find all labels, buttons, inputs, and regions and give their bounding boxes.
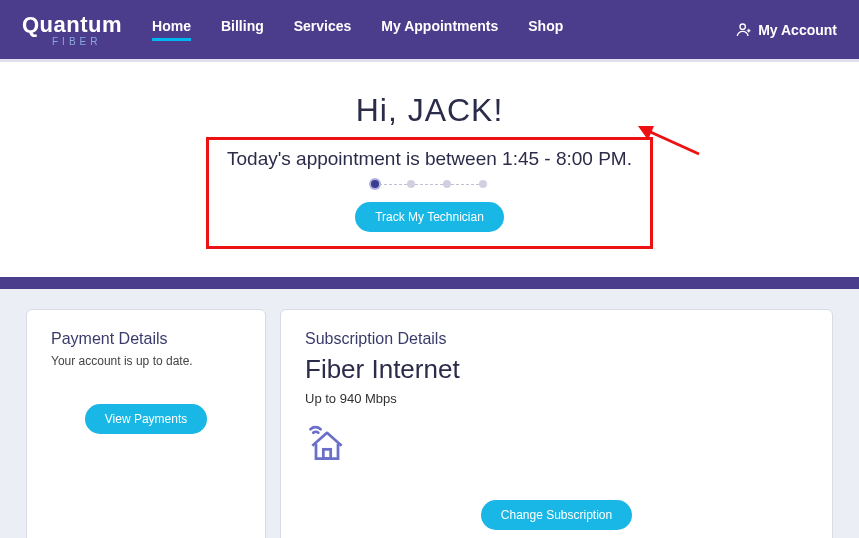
user-icon (736, 22, 752, 38)
svg-point-0 (740, 24, 745, 29)
divider-bar (0, 277, 859, 289)
svg-line-2 (646, 130, 699, 154)
track-technician-button[interactable]: Track My Technician (355, 202, 504, 232)
svg-rect-4 (323, 449, 330, 458)
plan-name: Fiber Internet (305, 354, 808, 385)
nav: Home Billing Services My Appointments Sh… (152, 18, 563, 41)
progress-dash (415, 184, 443, 185)
arrow-annotation-icon (634, 122, 704, 162)
change-subscription-button[interactable]: Change Subscription (481, 500, 632, 530)
progress-tracker (227, 180, 632, 188)
plan-speed: Up to 940 Mbps (305, 391, 808, 406)
nav-home[interactable]: Home (152, 18, 191, 41)
payment-title: Payment Details (51, 330, 241, 348)
nav-services[interactable]: Services (294, 18, 352, 41)
logo-main: Quantum (22, 12, 122, 38)
progress-step-2 (407, 180, 415, 188)
nav-shop[interactable]: Shop (528, 18, 563, 41)
my-account-link[interactable]: My Account (736, 22, 837, 38)
progress-dash (379, 184, 407, 185)
content-area: Payment Details Your account is up to da… (0, 289, 859, 538)
logo[interactable]: Quantum FIBER (22, 12, 122, 47)
svg-point-1 (748, 29, 751, 32)
payment-status: Your account is up to date. (51, 354, 241, 368)
nav-billing[interactable]: Billing (221, 18, 264, 41)
appointment-highlight: Today's appointment is between 1:45 - 8:… (206, 137, 653, 249)
hero: Hi, JACK! Today's appointment is between… (0, 62, 859, 267)
appointment-text: Today's appointment is between 1:45 - 8:… (227, 148, 632, 170)
progress-dash (451, 184, 479, 185)
subscription-title: Subscription Details (305, 330, 808, 348)
view-payments-button[interactable]: View Payments (85, 404, 207, 434)
logo-sub: FIBER (52, 36, 101, 47)
header: Quantum FIBER Home Billing Services My A… (0, 0, 859, 62)
subscription-card: Subscription Details Fiber Internet Up t… (280, 309, 833, 538)
greeting: Hi, JACK! (0, 92, 859, 129)
progress-step-1 (371, 180, 379, 188)
home-wifi-icon (305, 420, 349, 468)
progress-step-4 (479, 180, 487, 188)
my-account-label: My Account (758, 22, 837, 38)
payment-card: Payment Details Your account is up to da… (26, 309, 266, 538)
nav-appointments[interactable]: My Appointments (381, 18, 498, 41)
progress-step-3 (443, 180, 451, 188)
